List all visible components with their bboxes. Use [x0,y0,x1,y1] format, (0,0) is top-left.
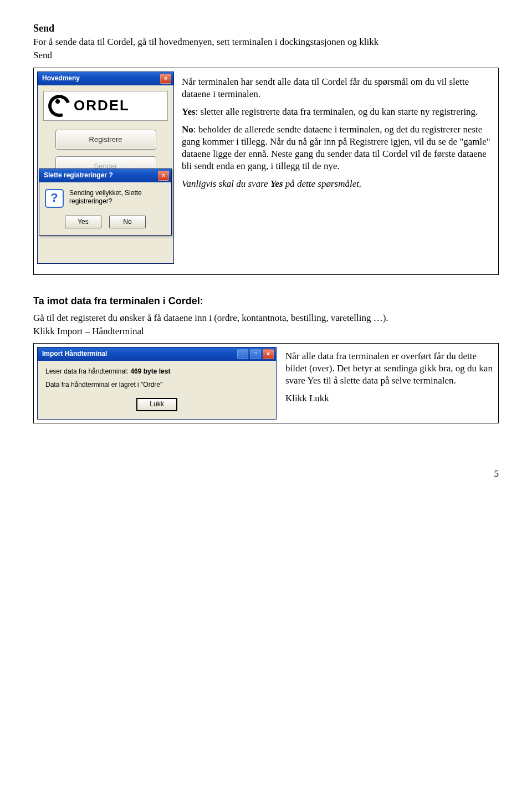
send-para-yes: Yes: sletter alle registrerte data fra t… [182,106,493,118]
import-line-1: Leser data fra håndterminal: 469 byte le… [45,367,268,376]
import-dialog-column: Import Håndterminal _ □ × Leser data fra… [37,347,275,420]
send-title: Send [33,22,499,35]
import-side-para-2: Klikk Lukk [285,392,493,405]
close-icon[interactable]: × [160,74,171,84]
delete-dialog-title: Slette registreringer ? [44,171,113,180]
import-intro-2: Klikk Import – Håndterminal [33,325,499,338]
logo-c-icon [44,91,74,120]
delete-dialog: Slette registreringer ? × ? Sending vell… [39,168,172,236]
no-rest: : beholder de allerede sendte dataene i … [182,124,490,171]
import-side-para-1: Når alle data fra terminalen er overført… [285,350,493,387]
close-icon[interactable]: × [263,349,274,359]
window-column: Hovedmeny × ORDEL Registrere Sender Slet… [37,71,174,271]
import-line1-prefix: Leser data fra håndterminal: [45,367,130,375]
yes-prefix: Yes [182,106,196,117]
lukk-button[interactable]: Lukk [136,398,177,411]
minimize-icon[interactable]: _ [237,349,248,359]
yes-button[interactable]: Yes [65,216,101,229]
send-intro-2: Send [33,49,499,62]
send-explanation-text: Når terminalen har sendt alle data til C… [182,71,495,271]
import-dialog-title: Import Håndterminal [42,350,107,359]
import-line1-bold: 469 byte lest [130,367,170,375]
maximize-icon[interactable]: □ [250,349,261,359]
hovedmeny-title: Hovedmeny [42,74,80,83]
import-side-text: Når alle data fra terminalen er overført… [285,347,495,420]
yes-rest: : sletter alle registrerte data fra term… [196,106,478,117]
import-title: Ta imot data fra terminalen i Cordel: [33,295,499,308]
send-para-usual: Vanligvis skal du svare Yes på dette spø… [182,178,493,190]
cordel-logo: ORDEL [43,91,168,121]
delete-dialog-message: Sending vellykket, Slette registreringer… [69,189,142,206]
send-intro-1: For å sende data til Cordel, gå til hove… [33,36,499,48]
usual-suffix: på dette spørsmålet. [283,178,362,189]
import-dialog-titlebar: Import Håndterminal _ □ × [38,347,276,361]
send-illustration-box: Hovedmeny × ORDEL Registrere Sender Slet… [33,68,499,275]
usual-prefix: Vanligvis skal du svare [182,178,270,189]
close-icon[interactable]: × [158,171,169,181]
no-prefix: No [182,124,193,135]
question-icon: ? [45,189,64,208]
registrere-button[interactable]: Registrere [55,130,156,150]
hovedmeny-titlebar: Hovedmeny × [38,72,173,85]
msg-line-1: Sending vellykket, Slette [69,189,142,198]
no-button[interactable]: No [109,216,146,229]
import-intro-1: Gå til det registeret du ønsker å få dat… [33,312,499,324]
send-para-1: Når terminalen har sendt alle data til C… [182,76,493,100]
msg-line-2: registreringer? [69,197,142,206]
import-illustration-box: Import Håndterminal _ □ × Leser data fra… [33,343,499,423]
page-number: 5 [33,468,499,480]
import-line-2: Data fra håndterminal er lagret i "Ordre… [45,381,268,390]
logo-text: ORDEL [74,96,130,115]
import-dialog: Import Håndterminal _ □ × Leser data fra… [37,347,277,420]
usual-yes: Yes [270,178,283,189]
delete-dialog-titlebar: Slette registreringer ? × [39,169,171,182]
send-para-no: No: beholder de allerede sendte dataene … [182,124,493,172]
